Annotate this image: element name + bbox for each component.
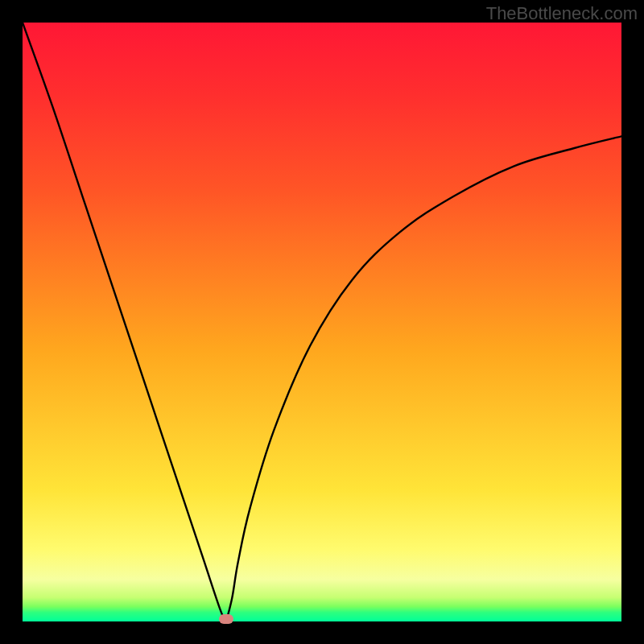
bottleneck-curve-path — [23, 23, 621, 621]
bottleneck-curve-svg — [23, 23, 621, 621]
chart-frame — [23, 23, 621, 621]
minimum-marker-icon — [219, 614, 233, 624]
watermark-text: TheBottleneck.com — [486, 3, 638, 24]
